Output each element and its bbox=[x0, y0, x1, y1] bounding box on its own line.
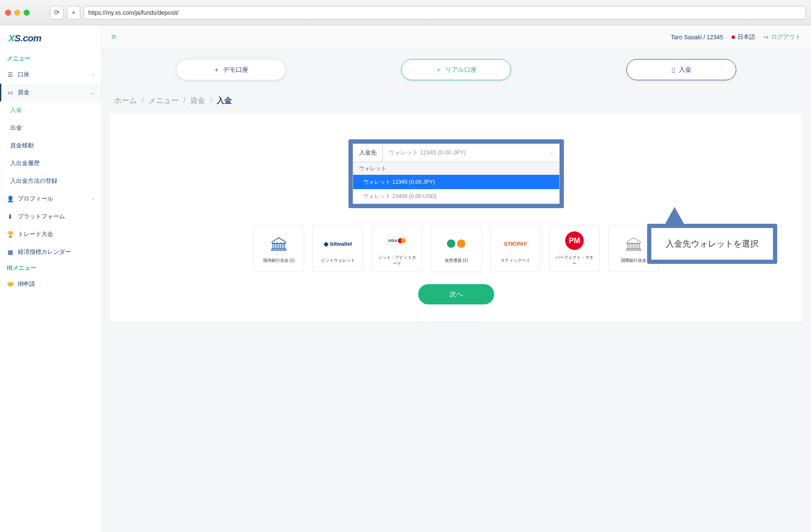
calendar-icon: ▦ bbox=[7, 249, 14, 255]
logout-label: ログアウト bbox=[771, 33, 801, 41]
reload-button[interactable]: ⟳ bbox=[50, 6, 63, 19]
download-icon: ⬇ bbox=[7, 213, 14, 220]
browser-chrome: ⟳ + https://my.xs.com/ja/funds/deposit/ bbox=[0, 0, 811, 25]
actions-row: ＋ デモ口座 ＋ リアル口座 ⌷ 入金 bbox=[101, 49, 811, 90]
sidebar-item-label: IB申請 bbox=[18, 280, 35, 288]
logo[interactable]: XS.com bbox=[0, 25, 101, 52]
deposit-button[interactable]: ⌷ 入金 bbox=[626, 59, 736, 80]
dropdown-option[interactable]: ウォレット 12345 (0.00 JPY) bbox=[353, 175, 559, 189]
wallet-dropdown: ウォレット ウォレット 12345 (0.00 JPY) ウォレット 23456… bbox=[353, 162, 560, 204]
callout-annotation: 入金先ウォレットを選択 bbox=[647, 224, 777, 264]
sidebar-item-label: トレード大会 bbox=[18, 231, 53, 238]
url-bar[interactable]: https://my.xs.com/ja/funds/deposit/ bbox=[84, 6, 806, 19]
sidebar-item-label: 口座 bbox=[18, 71, 30, 79]
logout-button[interactable]: ↪ ログアウト bbox=[764, 33, 801, 41]
sidebar-sub-deposit[interactable]: 入金 bbox=[0, 101, 101, 119]
sidebar-item-label: 経済指標カレンダー bbox=[18, 248, 71, 256]
trophy-icon: 🏆 bbox=[7, 231, 14, 238]
payment-crypto[interactable]: 仮想通貨 (1) bbox=[431, 225, 482, 271]
user-info[interactable]: Taro Sasaki / 12345 bbox=[671, 34, 723, 41]
crypto-icon bbox=[447, 233, 465, 254]
traffic-lights bbox=[5, 10, 30, 16]
next-button[interactable]: 次へ bbox=[418, 284, 494, 304]
chevron-down-icon: ⌄ bbox=[550, 151, 553, 155]
handshake-icon: 🤝 bbox=[7, 281, 14, 288]
payment-label: 仮想通貨 (1) bbox=[445, 258, 468, 263]
payment-sticpay[interactable]: STICPAY スティックペイ bbox=[490, 225, 541, 271]
intl-bank-icon bbox=[625, 233, 642, 254]
sidebar: XS.com メニュー ☰ 口座 ‹ ▭ 資金 ⌄ 入金 出金 資金移動 入出金… bbox=[0, 25, 101, 532]
sidebar-item-label: プラットフォーム bbox=[18, 213, 65, 220]
sidebar-item-profile[interactable]: 👤 プロフィール ‹ bbox=[0, 190, 101, 208]
credit-card-icon: VISA bbox=[386, 230, 408, 251]
payment-perfectmoney[interactable]: PM パーフェクト・マネー bbox=[549, 225, 600, 271]
flag-jp-icon bbox=[732, 35, 735, 39]
payment-label: ビットウォレット bbox=[321, 258, 355, 263]
chevron-left-icon: ‹ bbox=[93, 196, 94, 201]
breadcrumb: ホーム / メニュー / 資金 / 入金 bbox=[101, 90, 811, 114]
sidebar-item-label: プロフィール bbox=[18, 195, 53, 203]
logo-com: .com bbox=[20, 33, 41, 43]
language-label: 日本語 bbox=[738, 33, 755, 41]
real-account-button[interactable]: ＋ リアル口座 bbox=[401, 59, 511, 80]
bank-icon bbox=[270, 233, 287, 254]
card-icon: ⌷ bbox=[672, 66, 675, 73]
sidebar-sub-history[interactable]: 入出金履歴 bbox=[0, 155, 101, 172]
payment-label: パーフェクト・マネー bbox=[554, 255, 595, 266]
minimize-window-icon[interactable] bbox=[14, 10, 20, 16]
crumb-current: 入金 bbox=[217, 96, 232, 105]
logo-s: S bbox=[14, 33, 20, 43]
wallet-select-group: 入金先 ウォレット 12345 (0.00 JPY) ⌄ ウォレット ウォレット… bbox=[348, 139, 564, 208]
sidebar-sub-transfer[interactable]: 資金移動 bbox=[0, 137, 101, 155]
topbar: ≡ Taro Sasaki / 12345 日本語 ↪ ログアウト bbox=[101, 25, 811, 49]
bitwallet-icon: ◆bitwallet bbox=[324, 233, 352, 254]
deposit-card: 入金先 ウォレット 12345 (0.00 JPY) ⌄ ウォレット ウォレット… bbox=[110, 114, 803, 321]
close-window-icon[interactable] bbox=[5, 10, 11, 16]
dropdown-option[interactable]: ウォレット 23456 (0.00 USD) bbox=[353, 189, 559, 204]
payment-bitwallet[interactable]: ◆bitwallet ビットウォレット bbox=[313, 225, 363, 271]
chevron-down-icon: ⌄ bbox=[90, 90, 94, 95]
sidebar-item-platform[interactable]: ⬇ プラットフォーム bbox=[0, 208, 101, 225]
wallet-select-label: 入金先 bbox=[353, 144, 383, 162]
list-icon: ☰ bbox=[7, 71, 14, 78]
user-icon: 👤 bbox=[7, 195, 14, 202]
sidebar-item-label: 資金 bbox=[18, 89, 30, 96]
button-label: 入金 bbox=[679, 66, 691, 74]
sidebar-item-ib-apply[interactable]: 🤝 IB申請 bbox=[0, 275, 101, 293]
crumb-menu[interactable]: メニュー bbox=[148, 96, 179, 105]
wallet-icon: ▭ bbox=[7, 89, 14, 96]
new-tab-button[interactable]: + bbox=[67, 6, 80, 19]
sidebar-item-funds[interactable]: ▭ 資金 ⌄ bbox=[0, 84, 101, 101]
sidebar-sub-register[interactable]: 入出金方法の登録 bbox=[0, 172, 101, 190]
button-label: リアル口座 bbox=[445, 66, 477, 74]
menu-header: メニュー bbox=[0, 52, 101, 66]
ib-menu-header: IBメニュー bbox=[0, 261, 101, 275]
wallet-select-value: ウォレット 12345 (0.00 JPY) bbox=[389, 149, 466, 157]
sidebar-item-calendar[interactable]: ▦ 経済指標カレンダー bbox=[0, 243, 101, 261]
dropdown-group-label: ウォレット bbox=[353, 162, 559, 175]
sticpay-icon: STICPAY bbox=[504, 233, 527, 254]
sidebar-sub-withdraw[interactable]: 出金 bbox=[0, 119, 101, 137]
main-content: ≡ Taro Sasaki / 12345 日本語 ↪ ログアウト ＋ デモ口座… bbox=[101, 25, 811, 532]
payment-label: 国際銀行送金 bbox=[621, 258, 646, 263]
payment-label: ジット・デビットカード bbox=[376, 255, 418, 266]
maximize-window-icon[interactable] bbox=[24, 10, 30, 16]
sidebar-item-contest[interactable]: 🏆 トレード大会 bbox=[0, 225, 101, 243]
sidebar-item-accounts[interactable]: ☰ 口座 ‹ bbox=[0, 66, 101, 84]
wallet-select[interactable]: ウォレット 12345 (0.00 JPY) ⌄ bbox=[383, 144, 559, 162]
language-selector[interactable]: 日本語 bbox=[732, 33, 755, 41]
crumb-funds[interactable]: 資金 bbox=[190, 96, 205, 105]
payment-label: 国内銀行送金 (1) bbox=[263, 258, 295, 263]
payment-card[interactable]: VISA ジット・デビットカード bbox=[372, 225, 422, 271]
crumb-home[interactable]: ホーム bbox=[114, 96, 137, 105]
payment-bank[interactable]: 国内銀行送金 (1) bbox=[253, 225, 304, 271]
hamburger-icon[interactable]: ≡ bbox=[112, 33, 116, 41]
payment-label: スティックペイ bbox=[501, 258, 530, 263]
logo-x: X bbox=[8, 33, 14, 43]
chevron-left-icon: ‹ bbox=[93, 72, 94, 77]
plus-icon: ＋ bbox=[435, 66, 442, 74]
logout-icon: ↪ bbox=[764, 34, 769, 41]
button-label: デモ口座 bbox=[223, 66, 248, 74]
demo-account-button[interactable]: ＋ デモ口座 bbox=[176, 59, 286, 80]
plus-icon: ＋ bbox=[213, 66, 220, 74]
